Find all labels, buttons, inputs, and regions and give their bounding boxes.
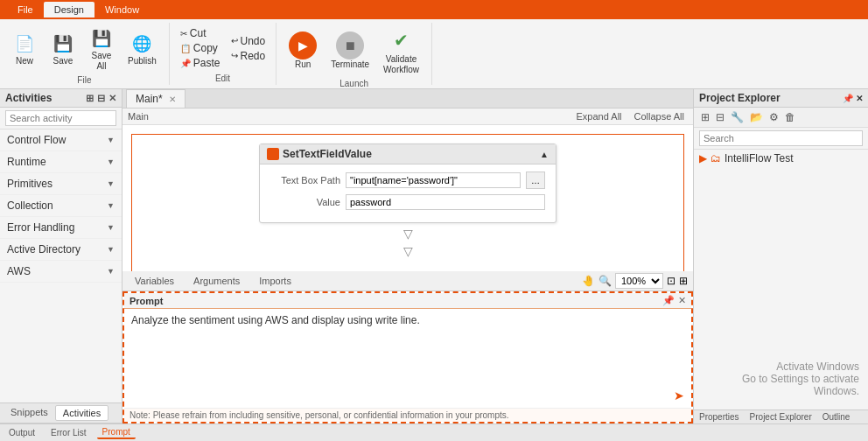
- prompt-pin-icon[interactable]: 📌: [662, 295, 675, 306]
- nav-item-runtime[interactable]: Runtime ▼: [0, 151, 122, 173]
- save-icon: 💾: [51, 32, 75, 56]
- save-all-button[interactable]: 💾 SaveAll: [84, 24, 119, 74]
- close-tab-icon[interactable]: ✕: [169, 94, 176, 104]
- very-bottom-tabs: Output Error List Prompt: [0, 424, 868, 441]
- snippets-tab[interactable]: Snippets: [4, 405, 55, 421]
- nav-item-control-flow[interactable]: Control Flow ▼: [0, 130, 122, 151]
- fit-icon[interactable]: ⊡: [667, 275, 676, 287]
- validate-button[interactable]: ✔ ValidateWorkflow: [378, 24, 424, 77]
- prompt-send-button[interactable]: ➤: [674, 388, 684, 402]
- text-box-path-input[interactable]: [346, 172, 521, 188]
- nav-items: Control Flow ▼ Runtime ▼ Primitives ▼ Co…: [0, 130, 122, 402]
- arrow-icon: ▼: [107, 201, 115, 210]
- activities-panel-header: Activities ⊞ ⊟ ✕: [0, 89, 122, 108]
- properties-tab[interactable]: Properties: [694, 410, 745, 424]
- nav-item-collection[interactable]: Collection ▼: [0, 195, 122, 217]
- value-input[interactable]: [346, 194, 545, 210]
- panel-close-icon[interactable]: ✕: [108, 93, 116, 104]
- undo-button[interactable]: ↩Undo: [228, 34, 270, 48]
- prompt-title: Prompt: [130, 296, 164, 306]
- tree-item-intelliflow[interactable]: ▶ 🗂 IntelliFlow Test: [694, 150, 868, 167]
- activities-tab[interactable]: Activities: [55, 405, 108, 421]
- rp-delete-icon[interactable]: 🗑: [783, 110, 797, 124]
- prompt-section: Prompt 📌 ✕ Analyze the sentiment using A…: [122, 291, 693, 424]
- hand-icon[interactable]: 🤚: [582, 275, 595, 287]
- bottom-toolbar-right: 🤚 🔍 100% 75% 150% ⊡ ⊞: [582, 273, 688, 289]
- collapse-all-button[interactable]: Collapse All: [631, 110, 688, 122]
- search-right-input[interactable]: [699, 130, 863, 146]
- activity-title: SetTextFieldValue: [283, 148, 372, 160]
- arrow-icon: ▼: [107, 179, 115, 188]
- publish-icon: 🌐: [130, 32, 154, 56]
- value-label: Value: [270, 197, 340, 207]
- rp-pin-icon[interactable]: 📌: [843, 94, 853, 103]
- rp-close-icon[interactable]: ✕: [856, 94, 863, 103]
- prompt-close-icon[interactable]: ✕: [678, 295, 686, 306]
- project-icon: 🗂: [710, 152, 721, 164]
- paste-button[interactable]: 📌Paste: [177, 56, 224, 70]
- expand-all-button[interactable]: Expand All: [573, 110, 626, 122]
- ribbon-group-edit: ✂Cut 📋Copy 📌Paste ↩Undo ↪Redo Edit: [170, 23, 276, 85]
- copy-button[interactable]: 📋Copy: [177, 41, 224, 55]
- redo-button[interactable]: ↪Redo: [228, 49, 270, 63]
- arrow-icon: ▼: [107, 136, 115, 144]
- panel-collapse-icon[interactable]: ⊟: [97, 93, 105, 104]
- rp-collapse-icon[interactable]: ⊟: [714, 110, 726, 124]
- new-button[interactable]: 📄 New: [7, 30, 42, 68]
- text-box-path-button[interactable]: …: [526, 172, 545, 189]
- ribbon-group-launch: ▶ Run ⏹ Terminate ✔ ValidateWorkflow Lau…: [276, 23, 432, 85]
- validate-label: ValidateWorkflow: [383, 54, 419, 75]
- title-bar: File Design Window: [0, 0, 868, 19]
- rp-expand-icon[interactable]: ⊞: [699, 110, 711, 124]
- publish-button[interactable]: 🌐 Publish: [122, 30, 162, 68]
- nav-item-aws[interactable]: AWS ▼: [0, 261, 122, 283]
- ribbon-group-launch-content: ▶ Run ⏹ Terminate ✔ ValidateWorkflow: [284, 24, 424, 77]
- run-button[interactable]: ▶ Run: [284, 30, 322, 72]
- save-label: Save: [53, 56, 74, 66]
- prompt-note: Note: Please refrain from including sens…: [124, 408, 691, 422]
- magnify-icon[interactable]: 🔍: [598, 275, 612, 287]
- very-bottom-area: Output Error List Prompt Ready: [0, 424, 868, 441]
- cut-button[interactable]: ✂Cut: [177, 26, 224, 40]
- main-tab[interactable]: Main* ✕: [126, 89, 186, 108]
- text-box-path-row: Text Box Path …: [270, 172, 545, 189]
- breadcrumb: Main: [128, 111, 149, 122]
- save-all-label: SaveAll: [92, 51, 112, 72]
- title-tab-window[interactable]: Window: [94, 2, 150, 18]
- imports-tab[interactable]: Imports: [252, 274, 298, 288]
- edit-group-label: Edit: [215, 74, 230, 83]
- search-activity-input[interactable]: [5, 110, 116, 126]
- card-collapse-icon[interactable]: ▲: [540, 150, 549, 159]
- terminate-button[interactable]: ⏹ Terminate: [326, 30, 374, 72]
- prompt-header: Prompt 📌 ✕: [124, 293, 691, 309]
- title-tab-file[interactable]: File: [7, 2, 44, 18]
- terminate-label: Terminate: [331, 60, 369, 70]
- project-explorer-tab[interactable]: Project Explorer: [745, 410, 817, 424]
- activity-card-header: SetTextFieldValue ▲: [260, 144, 556, 164]
- nav-item-primitives[interactable]: Primitives ▼: [0, 173, 122, 195]
- ribbon-group-edit-content: ✂Cut 📋Copy 📌Paste ↩Undo ↪Redo: [177, 24, 269, 72]
- center-area: Main* ✕ Main Expand All Collapse All Set…: [122, 89, 693, 424]
- output-tab[interactable]: Output: [4, 427, 40, 438]
- rp-settings-icon[interactable]: ⚙: [767, 110, 780, 124]
- validate-icon: ✔: [388, 26, 416, 54]
- run-icon: ▶: [289, 32, 317, 60]
- title-bar-tabs: File Design Window: [7, 2, 150, 18]
- activities-title: Activities: [5, 92, 52, 104]
- nav-item-error-handling[interactable]: Error Handling ▼: [0, 217, 122, 239]
- rp-refresh-icon[interactable]: 🔧: [729, 110, 746, 124]
- arrow-icon: ▼: [107, 267, 115, 276]
- prompt-bottom-tab[interactable]: Prompt: [97, 426, 136, 439]
- title-tab-design[interactable]: Design: [44, 2, 94, 18]
- arguments-tab[interactable]: Arguments: [186, 274, 247, 288]
- nav-item-active-directory[interactable]: Active Directory ▼: [0, 239, 122, 261]
- panel-expand-icon[interactable]: ⊞: [86, 93, 94, 104]
- rp-open-icon[interactable]: 📂: [748, 110, 765, 124]
- variables-tab[interactable]: Variables: [128, 274, 181, 288]
- editor-tabs: Main* ✕: [122, 89, 693, 108]
- save-button[interactable]: 💾 Save: [46, 30, 80, 68]
- outline-tab[interactable]: Outline: [817, 410, 856, 424]
- error-list-tab[interactable]: Error List: [46, 427, 92, 438]
- zoom-select[interactable]: 100% 75% 150%: [615, 273, 663, 289]
- grid-icon[interactable]: ⊞: [679, 275, 688, 287]
